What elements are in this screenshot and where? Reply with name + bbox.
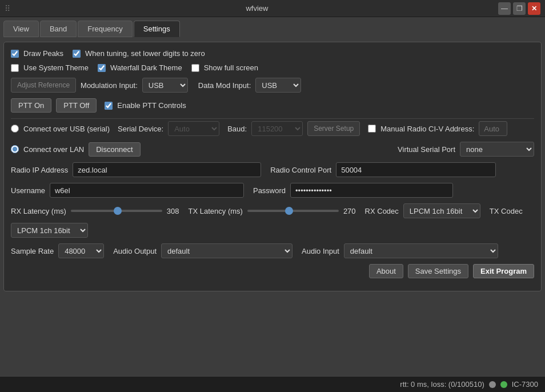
row-ip: Radio IP Address Radio Control Port (11, 162, 534, 177)
settings-panel: Draw Peaks When tuning, set lower digits… (3, 42, 542, 291)
exit-program-button[interactable]: Exit Program (473, 264, 534, 278)
ptt-off-button[interactable]: PTT Off (56, 98, 97, 113)
row-latency: RX Latency (ms) 308 TX Latency (ms) 270 … (11, 203, 534, 238)
row-theme: Use System Theme Waterfall Dark Theme Sh… (11, 63, 534, 72)
sample-rate-select[interactable]: 4800044100 (58, 243, 104, 258)
enable-ptt-label: Enable PTT Controls (117, 101, 186, 110)
username-input[interactable] (50, 183, 244, 198)
use-system-theme-label: Use System Theme (23, 63, 89, 72)
draw-peaks-label: Draw Peaks (23, 49, 63, 58)
connect-usb-label: Connect over USB (serial) (23, 125, 110, 133)
app-title: wfview (16, 4, 498, 13)
tab-band[interactable]: Band (40, 21, 77, 37)
waterfall-dark-label: Waterfall Dark Theme (110, 63, 182, 72)
maximize-button[interactable]: ❐ (513, 2, 526, 15)
status-dot-grey (489, 381, 496, 388)
waterfall-dark-checkbox[interactable] (98, 64, 106, 72)
tx-latency-value: 270 (343, 207, 356, 215)
audio-output-label: Audio Output (113, 247, 157, 255)
grip-icon: ⠿ (5, 4, 10, 13)
row-ptt: PTT On PTT Off Enable PTT Controls (11, 98, 534, 113)
close-button[interactable]: ✕ (528, 2, 540, 15)
data-mod-input-select[interactable]: USBLSB (255, 78, 301, 93)
status-dot-green (500, 381, 507, 388)
tab-frequency[interactable]: Frequency (78, 21, 132, 37)
rx-latency-value: 308 (167, 207, 179, 215)
tab-view[interactable]: View (3, 21, 39, 37)
titlebar: ⠿ wfview — ❐ ✕ (0, 0, 545, 17)
connect-lan-radio[interactable] (11, 145, 19, 153)
rx-latency-label: RX Latency (ms) (11, 207, 66, 215)
main-container: View Band Frequency Settings Draw Peaks … (0, 17, 545, 392)
disconnect-button[interactable]: Disconnect (89, 142, 140, 157)
row-credentials: Username Password (11, 183, 534, 198)
rx-codec-select[interactable]: LPCM 1ch 16bit LPCM 2ch 16bit (403, 203, 480, 218)
draw-peaks-checkbox[interactable] (11, 50, 19, 58)
radio-ip-label: Radio IP Address (11, 166, 68, 174)
show-fullscreen-label: Show full screen (204, 63, 258, 72)
tab-bar: View Band Frequency Settings (3, 21, 542, 37)
radio-control-port-input[interactable] (336, 162, 496, 177)
rtt-text: rtt: 0 ms, loss: (0/100510) (400, 380, 484, 389)
serial-device-select: Auto (168, 121, 219, 136)
row-modulation: Adjust Reference Modulation Input: USBLS… (11, 78, 534, 93)
manual-civ-checkbox[interactable] (368, 125, 376, 133)
data-mod-input-label: Data Mod Input: (198, 81, 251, 90)
virtual-serial-port-select[interactable]: none (460, 142, 534, 157)
row-peaks: Draw Peaks When tuning, set lower digits… (11, 49, 534, 58)
manual-civ-input[interactable] (479, 121, 507, 136)
tx-latency-slider[interactable] (247, 210, 339, 212)
connect-lan-label: Connect over LAN (23, 145, 84, 154)
adjust-reference-button: Adjust Reference (11, 78, 76, 93)
tx-latency-label: TX Latency (ms) (189, 207, 243, 215)
row-connect-usb: Connect over USB (serial) Serial Device:… (11, 121, 534, 136)
save-settings-button[interactable]: Save Settings (408, 264, 468, 278)
modulation-input-label: Modulation Input: (81, 81, 138, 90)
show-fullscreen-checkbox[interactable] (191, 64, 199, 72)
virtual-serial-port-label: Virtual Serial Port (398, 145, 455, 154)
radio-label: IC-7300 (512, 380, 538, 389)
enable-ptt-checkbox[interactable] (105, 102, 113, 110)
tab-settings[interactable]: Settings (134, 21, 180, 37)
window-controls: — ❐ ✕ (498, 2, 540, 15)
baud-select: 115200 (251, 121, 303, 136)
tx-codec-label: TX Codec (490, 207, 523, 215)
rx-latency-slider[interactable] (71, 210, 162, 212)
row-audio: Sample Rate 4800044100 Audio Output defa… (11, 243, 534, 258)
password-label: Password (253, 186, 286, 195)
sample-rate-label: Sample Rate (11, 247, 54, 255)
audio-input-label: Audio Input (302, 247, 339, 255)
password-input[interactable] (290, 183, 453, 198)
connect-usb-radio[interactable] (11, 125, 19, 133)
about-button[interactable]: About (369, 264, 403, 278)
radio-ip-input[interactable] (73, 162, 261, 177)
row-actions: About Save Settings Exit Program (11, 264, 534, 278)
modulation-input-select[interactable]: USBLSBAMFM (142, 78, 188, 93)
baud-label: Baud: (227, 125, 247, 133)
status-bar: rtt: 0 ms, loss: (0/100510) IC-7300 (0, 376, 545, 392)
row-connect-lan: Connect over LAN Disconnect Virtual Seri… (11, 142, 534, 157)
serial-device-label: Serial Device: (118, 125, 163, 133)
when-tuning-checkbox[interactable] (73, 50, 81, 58)
rx-codec-label: RX Codec (365, 207, 399, 215)
username-label: Username (11, 186, 45, 195)
audio-output-select[interactable]: default (161, 243, 292, 258)
ptt-on-button[interactable]: PTT On (11, 98, 51, 113)
tx-codec-select[interactable]: LPCM 1ch 16bit LPCM 2ch 16bit (11, 223, 88, 238)
minimize-button[interactable]: — (498, 2, 511, 15)
audio-input-select[interactable]: default (344, 243, 498, 258)
manual-civ-label: Manual Radio CI-V Address: (380, 125, 474, 133)
radio-control-port-label: Radio Control Port (270, 166, 331, 174)
server-setup-button: Server Setup (307, 121, 360, 136)
divider-1 (11, 118, 534, 119)
when-tuning-label: When tuning, set lower digits to zero (85, 49, 205, 58)
use-system-theme-checkbox[interactable] (11, 64, 19, 72)
